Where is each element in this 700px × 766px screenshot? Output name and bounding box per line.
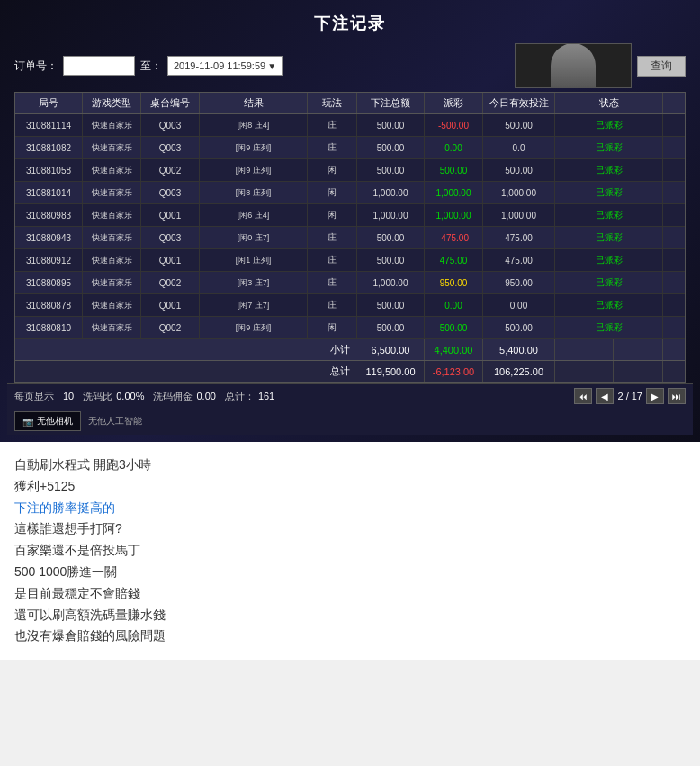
cell-payout: 500.00 bbox=[425, 317, 483, 338]
col-id: 局号 bbox=[15, 93, 83, 113]
page-last-button[interactable]: ⏭ bbox=[668, 388, 686, 404]
cell-status: 已派彩 bbox=[555, 182, 663, 203]
order-label: 订单号： bbox=[14, 59, 58, 74]
subtotal-label: 小计 bbox=[15, 339, 357, 360]
cell-play: 庄 bbox=[308, 137, 357, 158]
cell-result: [闲3 庄7] bbox=[200, 272, 308, 293]
cell-bet: 500.00 bbox=[357, 317, 425, 338]
cell-play: 闲 bbox=[308, 317, 357, 338]
cell-play: 庄 bbox=[308, 114, 357, 136]
cell-table: Q002 bbox=[141, 272, 200, 293]
cell-status: 已派彩 bbox=[555, 294, 663, 316]
cell-game: 快速百家乐 bbox=[83, 114, 141, 136]
cell-effective: 950.00 bbox=[483, 272, 555, 293]
cell-game: 快速百家乐 bbox=[83, 137, 141, 158]
total-effective: 106,225.00 bbox=[483, 361, 555, 382]
subtotal-bet: 6,500.00 bbox=[357, 339, 425, 360]
cell-bet: 500.00 bbox=[357, 159, 425, 181]
cell-bet: 500.00 bbox=[357, 294, 425, 316]
cell-result: [闲7 庄7] bbox=[200, 294, 308, 316]
cell-effective: 0.0 bbox=[483, 137, 555, 158]
col-result: 结果 bbox=[200, 93, 308, 113]
cell-game: 快速百家乐 bbox=[83, 272, 141, 293]
col-game: 游戏类型 bbox=[83, 93, 141, 113]
subtotal-empty1 bbox=[555, 339, 614, 360]
cell-status: 已派彩 bbox=[555, 272, 663, 293]
table-row: 310881082 快速百家乐 Q003 [闲9 庄列] 庄 500.00 0.… bbox=[15, 137, 685, 159]
cell-id: 310880983 bbox=[15, 204, 83, 226]
cell-game: 快速百家乐 bbox=[83, 294, 141, 316]
cell-effective: 475.00 bbox=[483, 249, 555, 271]
wash-money-item: 洗码佣金 0.00 bbox=[153, 390, 215, 403]
col-status: 状态 bbox=[555, 93, 663, 113]
col-payout: 派彩 bbox=[425, 93, 483, 113]
video-preview bbox=[515, 43, 632, 88]
page-info: 2 / 17 bbox=[617, 391, 642, 401]
text-line-3: 下注的勝率挺高的 bbox=[14, 498, 686, 519]
camera-icon: 📷 bbox=[22, 417, 33, 427]
cell-bet: 500.00 bbox=[357, 249, 425, 271]
query-button[interactable]: 查询 bbox=[637, 56, 686, 77]
cell-result: [闲0 庄7] bbox=[200, 227, 308, 248]
table-body: 310881114 快速百家乐 Q003 [闲8 庄4] 庄 500.00 -5… bbox=[15, 114, 685, 339]
page-next-button[interactable]: ▶ bbox=[646, 388, 664, 404]
camera-overlay: 📷 无他相机 bbox=[14, 411, 81, 431]
total-label: 总计 bbox=[15, 361, 357, 382]
order-input[interactable] bbox=[63, 56, 135, 76]
datetime-box[interactable]: 2019-11-09 11:59:59 ▼ bbox=[167, 56, 283, 76]
cell-status: 已派彩 bbox=[555, 204, 663, 226]
cell-effective: 500.00 bbox=[483, 114, 555, 136]
cell-game: 快速百家乐 bbox=[83, 204, 141, 226]
cell-id: 310881082 bbox=[15, 137, 83, 158]
total-bet: 119,500.00 bbox=[357, 361, 425, 382]
cell-effective: 0.00 bbox=[483, 294, 555, 316]
page-first-button[interactable]: ⏮ bbox=[574, 388, 592, 404]
cell-payout: -500.00 bbox=[425, 114, 483, 136]
footer-row: 每页显示 10 洗码比 0.00% 洗码佣金 0.00 总计： 161 ⏮ ◀ … bbox=[7, 383, 693, 408]
cell-payout: 950.00 bbox=[425, 272, 483, 293]
cell-id: 310881058 bbox=[15, 159, 83, 181]
cell-result: [闲9 庄列] bbox=[200, 137, 308, 158]
table-row: 310880878 快速百家乐 Q001 [闲7 庄7] 庄 500.00 0.… bbox=[15, 294, 685, 317]
total-count-item: 总计： 161 bbox=[225, 390, 274, 403]
wash-money-label: 洗码佣金 bbox=[153, 390, 193, 403]
bet-records-table: 局号 游戏类型 桌台编号 结果 玩法 下注总额 派彩 今日有效投注 状态 310… bbox=[14, 92, 686, 383]
pagination: ⏮ ◀ 2 / 17 ▶ ⏭ bbox=[574, 388, 686, 404]
cell-status: 已派彩 bbox=[555, 114, 663, 136]
table-row: 310880810 快速百家乐 Q002 [闲9 庄列] 闲 500.00 50… bbox=[15, 317, 685, 339]
subtotal-payout: 4,400.00 bbox=[425, 339, 483, 360]
cell-result: [闲9 庄列] bbox=[200, 317, 308, 338]
screen-container: 下注记录 订单号： 至： 2019-11-09 11:59:59 ▼ 查询 局号… bbox=[0, 0, 700, 442]
wash-ratio-value: 0.00% bbox=[116, 391, 144, 401]
cell-table: Q003 bbox=[141, 137, 200, 158]
cell-play: 庄 bbox=[308, 227, 357, 248]
text-line-4: 這樣誰還想手打阿? bbox=[14, 518, 686, 540]
page-prev-button[interactable]: ◀ bbox=[596, 388, 614, 404]
to-label: 至： bbox=[140, 59, 162, 74]
cell-bet: 500.00 bbox=[357, 227, 425, 248]
cell-table: Q002 bbox=[141, 159, 200, 181]
table-row: 310881058 快速百家乐 Q002 [闲9 庄列] 闲 500.00 50… bbox=[15, 159, 685, 182]
subtotal-empty2 bbox=[614, 339, 663, 360]
wash-money-value: 0.00 bbox=[196, 391, 215, 401]
cell-effective: 1,000.00 bbox=[483, 182, 555, 203]
cell-table: Q003 bbox=[141, 114, 200, 136]
text-line-9: 也沒有爆倉賠錢的風險問題 bbox=[14, 626, 686, 647]
cell-bet: 500.00 bbox=[357, 114, 425, 136]
cell-game: 快速百家乐 bbox=[83, 182, 141, 203]
text-line-6: 500 1000勝進一關 bbox=[14, 562, 686, 583]
cell-play: 闲 bbox=[308, 204, 357, 226]
per-page-label: 每页显示 bbox=[14, 390, 54, 403]
total-empty2 bbox=[614, 361, 663, 382]
cell-id: 310880878 bbox=[15, 294, 83, 316]
col-play: 玩法 bbox=[308, 93, 357, 113]
text-line-7: 是目前最穩定不會賠錢 bbox=[14, 583, 686, 605]
cell-table: Q003 bbox=[141, 182, 200, 203]
cell-effective: 1,000.00 bbox=[483, 204, 555, 226]
cell-status: 已派彩 bbox=[555, 227, 663, 248]
screen-bg: 下注记录 订单号： 至： 2019-11-09 11:59:59 ▼ 查询 局号… bbox=[0, 0, 700, 442]
cell-table: Q001 bbox=[141, 249, 200, 271]
cell-effective: 500.00 bbox=[483, 317, 555, 338]
cell-id: 310880810 bbox=[15, 317, 83, 338]
subtotal-effective: 5,400.00 bbox=[483, 339, 555, 360]
